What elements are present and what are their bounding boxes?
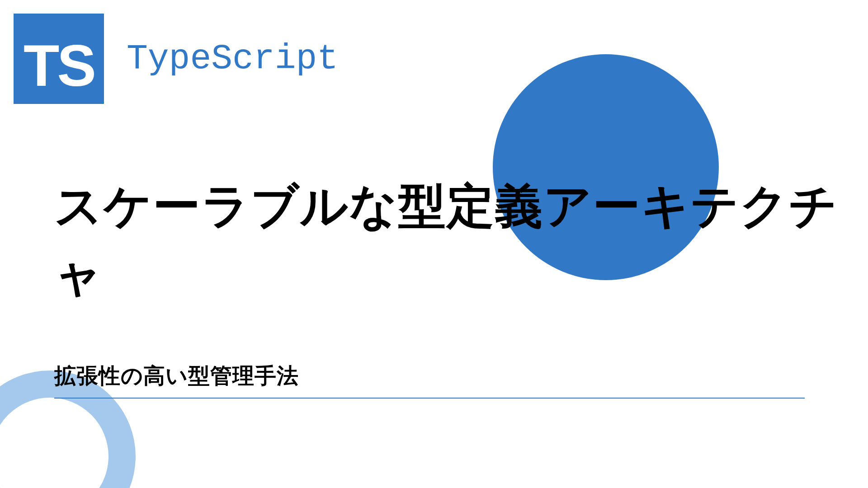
logo-section: TS TypeScript bbox=[14, 14, 338, 104]
slide-title: スケーラブルな型定義アーキテクチャ bbox=[54, 172, 868, 310]
brand-name: TypeScript bbox=[127, 39, 338, 79]
logo-badge-text: TS bbox=[24, 36, 94, 95]
subtitle-divider bbox=[54, 398, 805, 399]
typescript-logo-icon: TS bbox=[14, 14, 104, 104]
slide-subtitle: 拡張性の高い型管理手法 bbox=[54, 361, 299, 390]
